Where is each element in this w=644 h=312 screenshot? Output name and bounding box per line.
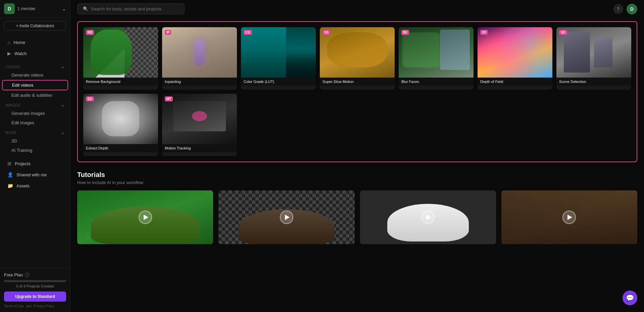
tool-card-img-blur-faces bbox=[399, 27, 474, 78]
tool-card-label-motion-tracking: Motion Tracking bbox=[162, 144, 237, 152]
tool-card-img-motion-track bbox=[162, 94, 237, 144]
shared-label: Shared with me bbox=[16, 172, 47, 177]
tool-card-remove-background[interactable]: RB Remove Background bbox=[83, 27, 158, 90]
shared-icon: 👤 bbox=[7, 172, 13, 177]
tutorials-grid bbox=[77, 190, 637, 244]
tutorial-bg-4 bbox=[501, 190, 637, 244]
tool-card-img-color-grade bbox=[241, 27, 316, 78]
tool-badge-mt: MT bbox=[165, 96, 173, 101]
tool-badge-rb: RB bbox=[86, 30, 94, 35]
assets-label: Assets bbox=[16, 183, 30, 188]
user-avatar[interactable]: D bbox=[627, 4, 637, 14]
plan-info-icon[interactable]: i bbox=[25, 273, 30, 277]
tool-card-label-extract-depth: Extract Depth bbox=[83, 144, 158, 152]
videos-section-header: VIDEOS ▲ bbox=[0, 62, 70, 70]
terms-link[interactable]: Terms of Use bbox=[4, 304, 24, 308]
sidebar-item-edit-audio[interactable]: Edit audio & subtitles bbox=[2, 91, 68, 100]
tool-card-img-scene-detect bbox=[556, 27, 631, 78]
images-section-header: IMAGES ▲ bbox=[0, 100, 70, 108]
tutorial-card-1[interactable] bbox=[77, 190, 213, 244]
more-section-header: MORE ▲ bbox=[0, 128, 70, 136]
search-bar[interactable]: 🔍 bbox=[77, 3, 185, 14]
tutorials-subtitle: How to include AI in your workflow bbox=[77, 180, 637, 185]
sidebar-item-edit-images[interactable]: Edit images bbox=[2, 118, 68, 127]
images-collapse-icon[interactable]: ▲ bbox=[61, 103, 65, 107]
tool-card-label-super-slow: Super-Slow Motion bbox=[320, 78, 395, 86]
upgrade-button[interactable]: Upgrade to Standard bbox=[4, 292, 66, 302]
tool-card-scene-detection[interactable]: SD Scene Detection bbox=[556, 27, 631, 90]
projects-label: Projects bbox=[15, 161, 31, 166]
sidebar-item-home[interactable]: ⌂ Home bbox=[2, 37, 68, 48]
tutorial-card-4[interactable] bbox=[501, 190, 637, 244]
tutorial-play-2[interactable] bbox=[280, 211, 293, 224]
tool-badge-sd: SD bbox=[559, 30, 567, 35]
tutorial-play-4[interactable] bbox=[562, 211, 576, 224]
images-section: IMAGES ▲ Generate images Edit images bbox=[0, 100, 70, 128]
tool-card-extract-depth[interactable]: ED Extract Depth bbox=[83, 94, 158, 156]
tutorial-play-3[interactable] bbox=[421, 211, 435, 224]
tool-badge-df: DF bbox=[480, 30, 488, 35]
tool-card-blur-faces[interactable]: BF Blur Faces bbox=[399, 27, 474, 90]
videos-section: VIDEOS ▲ Generate videos Edit videos Edi… bbox=[0, 62, 70, 100]
tool-card-motion-tracking[interactable]: MT Motion Tracking bbox=[162, 94, 237, 156]
chat-bubble-button[interactable]: 💬 bbox=[623, 291, 637, 305]
tutorials-title: Tutorials bbox=[77, 171, 637, 179]
terms-row: Terms of Use and Privacy Policy bbox=[4, 304, 66, 308]
main-nav: ⌂ Home ▶ Watch bbox=[0, 34, 70, 62]
sidebar-item-watch[interactable]: ▶ Watch bbox=[2, 48, 68, 59]
workspace-avatar: D bbox=[4, 3, 15, 14]
tool-badge-ed: ED bbox=[86, 96, 94, 101]
tutorial-bg-2 bbox=[218, 190, 354, 244]
tool-grid: RB Remove Background IP Inpainting CG bbox=[83, 27, 631, 156]
tool-badge-bf: BF bbox=[401, 30, 409, 35]
projects-icon: ⊞ bbox=[7, 161, 11, 166]
invite-collaborators-button[interactable]: + Invite Collaborators bbox=[4, 21, 66, 31]
tool-card-label-depth-of-field: Depth of Field bbox=[478, 78, 552, 86]
more-section: MORE ▲ 3D AI Training bbox=[0, 128, 70, 155]
sidebar-item-generate-videos[interactable]: Generate videos bbox=[2, 71, 68, 80]
folder-icon: 📁 bbox=[7, 183, 13, 188]
home-label: Home bbox=[13, 40, 25, 45]
help-icon[interactable]: ? bbox=[613, 4, 623, 14]
tool-card-img-remove-bg bbox=[83, 27, 158, 78]
tutorial-card-3[interactable] bbox=[360, 190, 496, 244]
sidebar-plan-section: Free Plan i 0 of 3 Projects Created Upgr… bbox=[0, 268, 70, 312]
sidebar-item-3d[interactable]: 3D bbox=[2, 136, 68, 145]
tool-card-img-depth-field bbox=[478, 27, 552, 78]
tool-card-depth-of-field[interactable]: DF Depth of Field bbox=[478, 27, 552, 90]
tool-card-label-inpainting: Inpainting bbox=[162, 78, 237, 86]
tutorial-bg-3 bbox=[360, 190, 496, 244]
tool-card-super-slow-motion[interactable]: SS Super-Slow Motion bbox=[320, 27, 395, 90]
more-collapse-icon[interactable]: ▲ bbox=[61, 131, 65, 135]
tool-card-label-blur-faces: Blur Faces bbox=[399, 78, 474, 86]
projects-progress-bar-bg bbox=[4, 280, 66, 282]
sidebar-item-projects[interactable]: ⊞ Projects bbox=[2, 158, 68, 169]
tool-grid-section: RB Remove Background IP Inpainting CG bbox=[77, 21, 637, 162]
play-icon-2 bbox=[285, 215, 290, 220]
tool-badge-cg: CG bbox=[244, 30, 252, 35]
privacy-link[interactable]: Privacy Policy bbox=[34, 304, 54, 308]
sidebar-item-assets[interactable]: 📁 Assets bbox=[2, 180, 68, 191]
sidebar-item-shared-with-me[interactable]: 👤 Shared with me bbox=[2, 169, 68, 180]
member-count: 1 member bbox=[17, 6, 59, 11]
tutorial-play-1[interactable] bbox=[139, 211, 152, 224]
sidebar-item-ai-training[interactable]: AI Training bbox=[2, 146, 68, 155]
tool-card-inpainting[interactable]: IP Inpainting bbox=[162, 27, 237, 90]
sidebar: D 1 member ⌄ + Invite Collaborators ⌂ Ho… bbox=[0, 0, 70, 312]
sidebar-item-generate-images[interactable]: Generate images bbox=[2, 109, 68, 118]
chevron-icon: ⌄ bbox=[62, 6, 66, 11]
tool-card-img-extract-depth bbox=[83, 94, 158, 144]
sidebar-item-edit-videos[interactable]: Edit videos bbox=[2, 80, 68, 90]
plan-label: Free Plan i bbox=[4, 272, 66, 277]
main-content: 🔍 ? D RB Remove Background IP bbox=[70, 0, 644, 312]
videos-collapse-icon[interactable]: ▲ bbox=[61, 65, 65, 69]
tool-card-color-grade[interactable]: CG Color Grade (LUT) bbox=[241, 27, 316, 90]
tutorial-card-2[interactable] bbox=[218, 190, 354, 244]
play-icon: ▶ bbox=[7, 51, 11, 56]
projects-count: 0 of 3 Projects Created bbox=[4, 284, 66, 288]
search-input[interactable] bbox=[91, 6, 179, 11]
tool-card-img-inpainting bbox=[162, 27, 237, 78]
search-icon: 🔍 bbox=[83, 6, 88, 11]
topbar-right: ? D bbox=[613, 4, 637, 14]
workspace-header[interactable]: D 1 member ⌄ bbox=[0, 0, 70, 18]
